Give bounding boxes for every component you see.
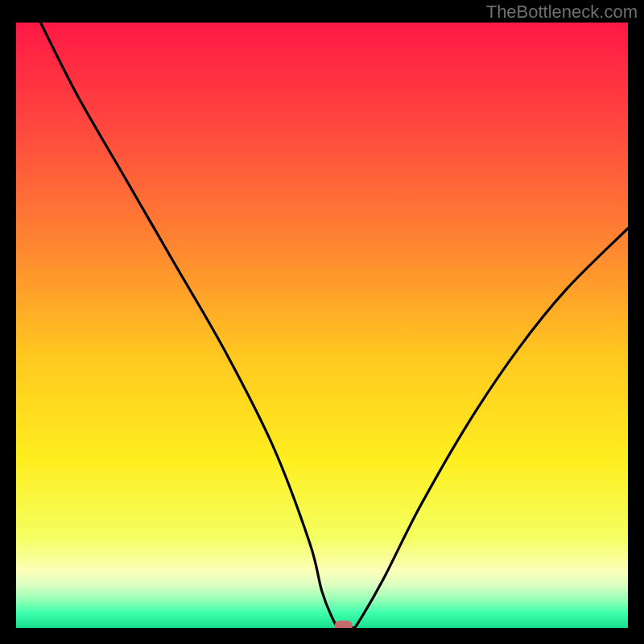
bottleneck-chart (16, 23, 628, 628)
plot-area (16, 23, 628, 628)
watermark-label: TheBottleneck.com (486, 2, 638, 23)
optimal-marker (335, 621, 353, 628)
chart-container: TheBottleneck.com (0, 0, 644, 644)
